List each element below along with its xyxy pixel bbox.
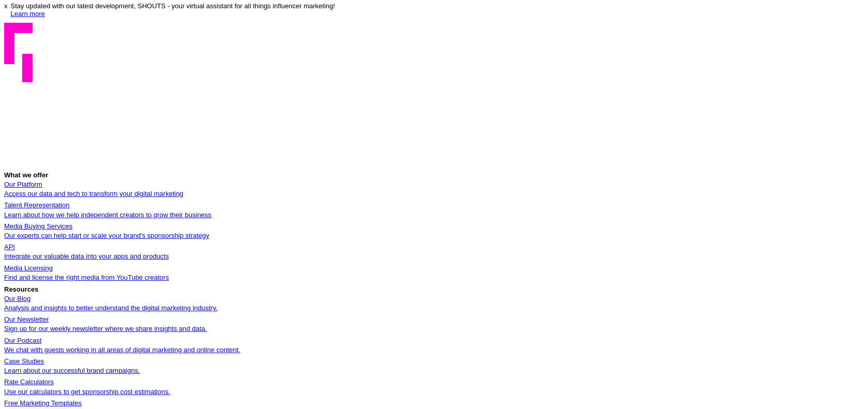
media-buying-services-description[interactable]: Our experts can help start or scale your… bbox=[4, 231, 864, 240]
logo[interactable] bbox=[4, 23, 53, 82]
our-podcast-description[interactable]: We chat with guests working in all areas… bbox=[4, 345, 864, 355]
close-icon[interactable]: x bbox=[4, 2, 8, 10]
rate-calculators-description[interactable]: Use our calculators to get sponsorship c… bbox=[4, 387, 864, 397]
notification-banner: x Stay updated with our latest developme… bbox=[0, 0, 868, 20]
media-licensing-description[interactable]: Find and license the right media from Yo… bbox=[4, 273, 864, 282]
case-studies-description[interactable]: Learn about our successful brand campaig… bbox=[4, 366, 864, 375]
our-blog-link[interactable]: Our Blog bbox=[4, 294, 864, 304]
free-marketing-templates-link[interactable]: Free Marketing Templates bbox=[4, 399, 864, 408]
api-link[interactable]: API bbox=[4, 243, 864, 252]
api-description[interactable]: Integrate our valuable data into your ap… bbox=[4, 252, 864, 261]
talent-representation-link[interactable]: Talent Representation bbox=[4, 201, 864, 210]
case-studies-link[interactable]: Case Studies bbox=[4, 357, 864, 366]
our-blog-description[interactable]: Analysis and insights to better understa… bbox=[4, 304, 864, 313]
resources-heading: Resources bbox=[4, 285, 864, 293]
nav-menu: What we offer Our Platform Access our da… bbox=[0, 167, 868, 409]
svg-rect-1 bbox=[4, 23, 14, 64]
our-newsletter-link[interactable]: Our Newsletter bbox=[4, 315, 864, 324]
learn-more-link[interactable]: Learn more bbox=[11, 10, 335, 18]
logo-container bbox=[0, 21, 868, 84]
our-platform-link[interactable]: Our Platform bbox=[4, 180, 864, 189]
banner-text: Stay updated with our latest development… bbox=[11, 2, 335, 10]
what-we-offer-heading: What we offer bbox=[4, 171, 864, 179]
rate-calculators-link[interactable]: Rate Calculators bbox=[4, 377, 864, 387]
our-newsletter-description[interactable]: Sign up for our weekly newsletter where … bbox=[4, 324, 864, 334]
media-buying-services-link[interactable]: Media Buying Services bbox=[4, 222, 864, 231]
media-licensing-link[interactable]: Media Licensing bbox=[4, 264, 864, 273]
our-podcast-link[interactable]: Our Podcast bbox=[4, 336, 864, 345]
our-platform-description[interactable]: Access our data and tech to transform yo… bbox=[4, 189, 864, 199]
talent-representation-description[interactable]: Learn about how we help independent crea… bbox=[4, 210, 864, 220]
svg-rect-2 bbox=[22, 54, 33, 82]
